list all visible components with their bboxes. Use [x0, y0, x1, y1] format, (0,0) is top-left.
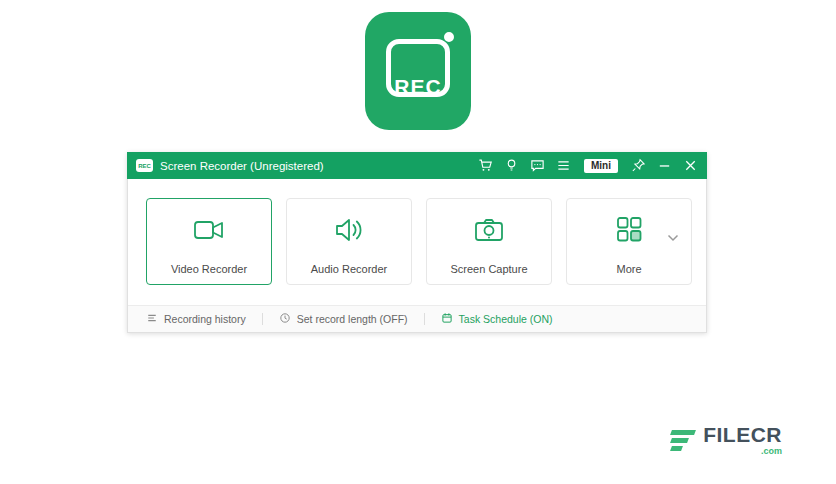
- list-icon: [146, 312, 158, 326]
- recording-history-button[interactable]: Recording history: [146, 312, 246, 326]
- screen-capture-card[interactable]: Screen Capture: [426, 198, 552, 285]
- footer-label: Recording history: [164, 313, 246, 325]
- footer-label: Set record length (OFF): [297, 313, 408, 325]
- close-icon[interactable]: [683, 158, 698, 173]
- video-camera-icon: [147, 210, 271, 250]
- footer-label: Task Schedule (ON): [459, 313, 553, 325]
- chevron-down-icon[interactable]: [667, 229, 679, 247]
- window-body: Video Recorder Audio Recorder: [127, 179, 707, 333]
- logo-text: REC: [365, 75, 471, 99]
- card-label: Screen Capture: [427, 263, 551, 275]
- more-card[interactable]: More: [566, 198, 692, 285]
- divider: [424, 313, 425, 325]
- card-label: Audio Recorder: [287, 263, 411, 275]
- app-icon: REC: [136, 159, 153, 172]
- mini-mode-button[interactable]: Mini: [584, 159, 618, 173]
- audio-recorder-card[interactable]: Audio Recorder: [286, 198, 412, 285]
- window-title: Screen Recorder (Unregistered): [160, 160, 324, 172]
- speaker-icon: [287, 210, 411, 250]
- task-schedule-button[interactable]: Task Schedule (ON): [441, 312, 553, 326]
- clock-icon: [279, 312, 291, 326]
- minimize-icon[interactable]: [657, 158, 672, 173]
- page: REC REC Screen Recorder (Unregistered): [0, 0, 836, 484]
- lightbulb-icon[interactable]: [504, 158, 519, 173]
- app-logo: REC: [365, 12, 471, 130]
- titlebar: REC Screen Recorder (Unregistered): [127, 152, 707, 179]
- filecr-logo-icon: [671, 430, 695, 451]
- record-dot-icon: [444, 32, 454, 42]
- photo-camera-icon: [427, 210, 551, 250]
- card-label: Video Recorder: [147, 263, 271, 275]
- card-label: More: [567, 263, 691, 275]
- divider: [262, 313, 263, 325]
- feedback-icon[interactable]: [530, 158, 545, 173]
- filecr-brand-text: FILECR: [703, 424, 782, 445]
- pin-icon[interactable]: [631, 158, 646, 173]
- menu-icon[interactable]: [556, 158, 571, 173]
- cart-icon[interactable]: [478, 158, 493, 173]
- feature-cards: Video Recorder Audio Recorder: [128, 179, 706, 285]
- schedule-icon: [441, 312, 453, 326]
- set-record-length-button[interactable]: Set record length (OFF): [279, 312, 408, 326]
- video-recorder-card[interactable]: Video Recorder: [146, 198, 272, 285]
- filecr-tld-text: .com: [761, 446, 782, 456]
- footer-bar: Recording history Set record length (OFF…: [128, 305, 706, 332]
- filecr-watermark: FILECR .com: [671, 424, 782, 456]
- screen-recorder-window: REC Screen Recorder (Unregistered): [127, 152, 707, 333]
